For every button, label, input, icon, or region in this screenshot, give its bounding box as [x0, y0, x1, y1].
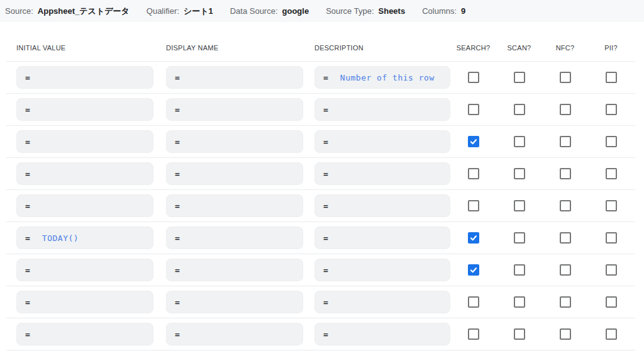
initial-value-formula-field[interactable]: =: [16, 194, 153, 217]
scan-cell: [496, 232, 542, 244]
equals-prefix: =: [25, 202, 30, 210]
initial-value-formula-field[interactable]: =: [16, 291, 153, 313]
pii-checkbox[interactable]: [606, 232, 617, 244]
equals-prefix: =: [25, 138, 30, 146]
qualifier-info-item: Qualifier: シート1: [147, 6, 213, 17]
pii-checkbox[interactable]: [606, 200, 617, 211]
search-cell: [450, 328, 496, 340]
description-formula-field[interactable]: =: [314, 291, 450, 313]
data-source-value: google: [282, 6, 309, 16]
search-checkbox[interactable]: [468, 296, 479, 308]
initial-value-cell: =: [16, 130, 166, 153]
description-cell: =: [314, 194, 450, 217]
display-name-formula-field[interactable]: =: [166, 227, 303, 249]
search-checkbox[interactable]: [468, 264, 479, 276]
nfc-checkbox[interactable]: [560, 136, 571, 147]
nfc-checkbox[interactable]: [560, 168, 571, 179]
description-formula-field[interactable]: = Number of this row: [314, 66, 450, 89]
display-name-formula-field[interactable]: =: [166, 98, 303, 121]
scan-checkbox[interactable]: [514, 104, 525, 115]
pii-checkbox[interactable]: [606, 104, 617, 115]
display-name-formula-field[interactable]: =: [166, 291, 303, 313]
table-row: = = =: [6, 126, 635, 158]
scan-cell: [496, 168, 542, 179]
column-header-pii: PII?: [588, 44, 634, 52]
search-checkbox[interactable]: [468, 200, 479, 211]
initial-value-formula-field[interactable]: =: [16, 162, 153, 185]
description-formula-field[interactable]: =: [314, 323, 450, 345]
scan-checkbox[interactable]: [514, 168, 525, 179]
search-cell: [450, 136, 496, 147]
display-name-cell: =: [166, 291, 314, 313]
table-row: = = =: [6, 318, 635, 350]
pii-checkbox[interactable]: [606, 72, 617, 83]
display-name-formula-field[interactable]: =: [166, 66, 303, 89]
description-formula-field[interactable]: =: [314, 259, 450, 281]
source-info-item: Source: Appsheet_テストデータ: [5, 6, 130, 17]
initial-value-formula-field[interactable]: =: [16, 130, 153, 153]
scan-checkbox[interactable]: [514, 232, 525, 244]
qualifier-label: Qualifier:: [147, 6, 179, 16]
initial-value-formula-field[interactable]: =: [16, 259, 153, 281]
equals-prefix: =: [175, 298, 180, 306]
equals-prefix: =: [323, 234, 328, 242]
scan-checkbox[interactable]: [514, 296, 525, 308]
scan-checkbox[interactable]: [514, 328, 525, 340]
scan-checkbox[interactable]: [514, 200, 525, 211]
initial-value-formula-field[interactable]: =: [16, 98, 153, 121]
initial-value-cell: =: [16, 194, 166, 217]
nfc-checkbox[interactable]: [560, 264, 571, 276]
initial-value-cell: =: [16, 259, 166, 281]
source-info-bar: Source: Appsheet_テストデータ Qualifier: シート1 …: [0, 0, 644, 22]
search-checkbox[interactable]: [468, 328, 479, 340]
display-name-formula-field[interactable]: =: [166, 130, 303, 153]
display-name-formula-field[interactable]: =: [166, 194, 303, 217]
nfc-checkbox[interactable]: [560, 200, 571, 211]
equals-prefix: =: [25, 170, 30, 178]
search-checkbox[interactable]: [468, 232, 479, 244]
description-formula-field[interactable]: =: [314, 227, 450, 249]
pii-checkbox[interactable]: [606, 168, 617, 179]
nfc-checkbox[interactable]: [560, 328, 571, 340]
description-cell: =: [314, 291, 450, 313]
pii-checkbox[interactable]: [606, 264, 617, 276]
description-formula-field[interactable]: =: [314, 98, 450, 121]
search-checkbox[interactable]: [468, 136, 479, 147]
search-cell: [450, 296, 496, 308]
pii-cell: [588, 264, 634, 276]
scan-checkbox[interactable]: [514, 136, 525, 147]
display-name-formula-field[interactable]: =: [166, 323, 303, 345]
equals-prefix: =: [175, 74, 180, 82]
display-name-formula-field[interactable]: =: [166, 162, 303, 185]
pii-checkbox[interactable]: [606, 328, 617, 340]
equals-prefix: =: [323, 202, 328, 210]
search-cell: [450, 200, 496, 211]
pii-checkbox[interactable]: [606, 296, 617, 308]
search-cell: [450, 168, 496, 179]
search-checkbox[interactable]: [468, 104, 479, 115]
description-cell: =: [314, 130, 450, 153]
nfc-checkbox[interactable]: [560, 104, 571, 115]
initial-value-formula-field[interactable]: = TODAY(): [16, 227, 153, 249]
scan-checkbox[interactable]: [514, 264, 525, 276]
description-formula-field[interactable]: =: [314, 162, 450, 185]
column-header-description: DESCRIPTION: [314, 44, 450, 52]
initial-value-formula-field[interactable]: =: [16, 323, 153, 345]
source-type-label: Source Type:: [326, 6, 374, 16]
nfc-checkbox[interactable]: [560, 72, 571, 83]
search-checkbox[interactable]: [468, 168, 479, 179]
nfc-checkbox[interactable]: [560, 232, 571, 244]
scan-cell: [496, 104, 542, 115]
display-name-cell: =: [166, 98, 314, 121]
pii-checkbox[interactable]: [606, 136, 617, 147]
source-label: Source:: [5, 6, 33, 16]
description-formula-field[interactable]: =: [314, 194, 450, 217]
nfc-checkbox[interactable]: [560, 296, 571, 308]
display-name-cell: =: [166, 227, 314, 249]
initial-value-formula-field[interactable]: =: [16, 66, 153, 89]
display-name-formula-field[interactable]: =: [166, 259, 303, 281]
table-row: = = =: [6, 254, 635, 286]
description-formula-field[interactable]: =: [314, 130, 450, 153]
scan-checkbox[interactable]: [514, 72, 525, 83]
search-checkbox[interactable]: [468, 72, 479, 83]
